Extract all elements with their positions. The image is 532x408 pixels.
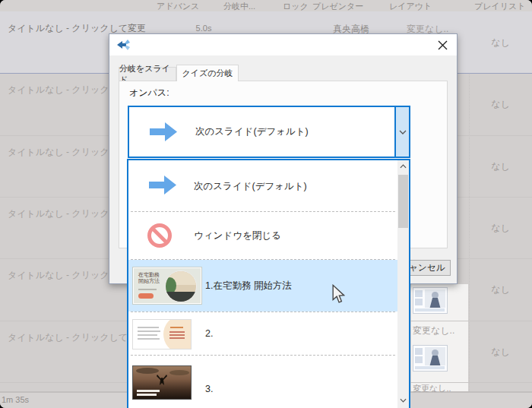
list-item-label: 3. [205, 384, 213, 394]
layout-thumbnail[interactable] [413, 287, 448, 314]
mouse-cursor [331, 284, 345, 307]
chevron-down-icon [399, 130, 407, 134]
list-item-next-slide[interactable]: 次のスライド(デフォルト) [128, 160, 397, 211]
scrollbar-thumb[interactable] [398, 175, 408, 228]
next-slide-arrow-icon [149, 175, 176, 198]
column-header-layout[interactable]: レイアウト [389, 1, 432, 12]
scroll-up-icon[interactable] [397, 160, 409, 172]
presentation-app: アドバンス 分岐中... ロック プレゼンター レイアウト プレイリスト タイト… [0, 0, 532, 408]
dialog-titlebar[interactable] [109, 34, 457, 55]
thumb-bar [415, 366, 445, 369]
list-item-label: 2. [205, 328, 213, 339]
no-entry-icon [147, 223, 173, 251]
list-item-slide-3[interactable]: 3. [128, 356, 397, 408]
column-header-branching[interactable]: 分岐中... [223, 1, 255, 12]
person-silhouette [156, 374, 168, 386]
list-item-slide-2[interactable]: 2. [128, 312, 397, 355]
list-item-label: 次のスライド(デフォルト) [194, 179, 307, 192]
layout-thumbnail[interactable] [413, 345, 448, 372]
list-item-close-window[interactable]: ウィンドウを閉じる [128, 212, 397, 259]
list-item-label: ウィンドウを閉じる [194, 229, 281, 242]
playlist-cell[interactable]: なし [469, 222, 532, 235]
thumb-text: 在宅勤務 [138, 272, 160, 278]
combobox-dropdown-button[interactable] [394, 107, 409, 157]
list-item-slide-1[interactable]: 在宅勤務 開始方法 1.在宅勤務 開始方法 [128, 260, 397, 312]
scroll-down-icon[interactable] [397, 394, 409, 406]
thumb-line [138, 289, 157, 290]
branch-icon [116, 37, 131, 52]
thumb-bar [415, 308, 445, 312]
tab-quiz-branch[interactable]: クイズの分岐 [176, 65, 239, 81]
playlist-cell[interactable]: なし [469, 283, 532, 296]
slide-2-thumbnail [132, 319, 192, 349]
onpass-combobox[interactable]: 次のスライド(デフォルト) [128, 106, 410, 158]
advance-cell[interactable]: 5.0s [181, 24, 226, 33]
combobox-value: 次のスライド(デフォルト) [195, 107, 309, 157]
table-header: アドバンス 分岐中... ロック プレゼンター レイアウト プレイリスト [0, 0, 532, 12]
presenter-photo [425, 347, 445, 365]
thumb-block [415, 290, 423, 297]
thumb-photo [165, 270, 197, 302]
onpass-dropdown-list: 次のスライド(デフォルト) ウィンドウを閉じる 在宅勤務 開始方法 1.在宅勤務… [127, 159, 410, 408]
playlist-cell[interactable]: なし [469, 36, 532, 49]
column-header-lock[interactable]: ロック [283, 1, 309, 12]
total-time: 1m 35s [2, 395, 29, 404]
slide-1-thumbnail: 在宅勤務 開始方法 [133, 267, 201, 304]
thumb-block [415, 299, 423, 305]
column-header-advance[interactable]: アドバンス [157, 1, 199, 12]
thumb-text: 開始方法 [138, 278, 160, 284]
list-scrollbar[interactable] [397, 160, 409, 408]
slide-3-thumbnail [132, 365, 192, 400]
list-item-label: 1.在宅勤務 開始方法 [205, 280, 292, 293]
column-header-playlist[interactable]: プレイリスト [474, 1, 526, 12]
next-slide-arrow-icon [150, 122, 177, 145]
playlist-cell[interactable]: なし [469, 98, 532, 111]
thumb-button [138, 293, 154, 299]
playlist-cell[interactable]: なし [469, 346, 532, 359]
presenter-photo [425, 289, 445, 308]
onpass-label: オンパス: [129, 87, 169, 100]
playlist-cell[interactable]: なし [469, 160, 532, 173]
thumb-block [415, 356, 423, 363]
column-header-presenter[interactable]: プレゼンター [312, 1, 363, 12]
thumb-block [415, 348, 423, 355]
tab-branch-slide[interactable]: 分岐をスライド [119, 67, 176, 81]
layout-cell[interactable]: 変更なし.. [413, 324, 454, 337]
slide-title[interactable]: タイトルなし - クリックして変更 [8, 331, 146, 344]
close-icon[interactable] [432, 37, 452, 52]
